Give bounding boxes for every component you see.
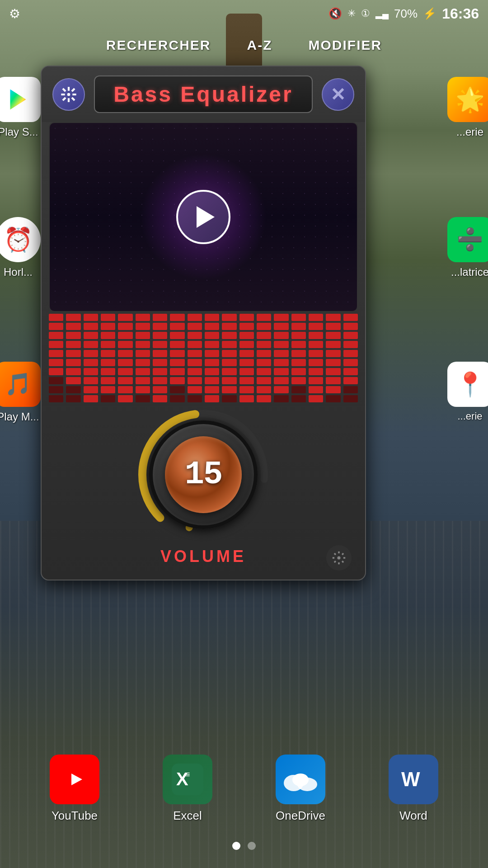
battery-percent: 70% [394, 7, 418, 21]
network-icon: ① [361, 8, 370, 19]
volume-section: 15 VOLUME [42, 402, 365, 580]
status-right: 🔇 ✳ ① ▂▄ 70% ⚡ 16:36 [328, 5, 479, 22]
equalizer-popup: Bass Equalizer ✕ [41, 66, 366, 580]
eq-column-10 [205, 314, 219, 402]
play-button[interactable] [176, 190, 230, 244]
youtube-icon [50, 755, 99, 804]
play-musique-label: Play M... [0, 410, 39, 423]
excel-icon: X≡ [163, 755, 212, 804]
eq-column-16 [309, 314, 323, 402]
eq-column-11 [222, 314, 236, 402]
svg-text:≡: ≡ [185, 770, 190, 779]
time: 16:36 [442, 5, 479, 22]
svg-point-13 [337, 556, 340, 559]
dock-item-onedrive[interactable]: OneDrive [276, 755, 325, 823]
nav-modifier[interactable]: MODIFIER [309, 38, 382, 53]
maps-icon: 📍 [447, 362, 488, 407]
page-indicators [232, 842, 256, 850]
play-musique-icon: 🎵 [0, 362, 41, 407]
maps-label: ...erie [457, 410, 482, 422]
side-icon-galerie[interactable]: 🌟 ...erie [447, 77, 488, 138]
nav-az[interactable]: A-Z [247, 38, 272, 53]
galerie-label: ...erie [456, 126, 483, 138]
eq-column-14 [274, 314, 288, 402]
side-icon-maps[interactable]: 📍 ...erie [447, 362, 488, 422]
eq-bars [42, 312, 365, 402]
eq-column-9 [188, 314, 202, 402]
calculatrice-icon: ➗ [447, 217, 488, 262]
charging-icon: ⚡ [423, 7, 436, 20]
equalizer-icon: ⚙ [9, 6, 20, 21]
nav-rechercher[interactable]: RECHERCHER [106, 38, 211, 53]
status-bar: ⚙ 🔇 ✳ ① ▂▄ 70% ⚡ 16:36 [0, 0, 488, 27]
top-nav: RECHERCHER A-Z MODIFIER [0, 27, 488, 63]
eq-column-4 [101, 314, 115, 402]
bottom-dock: YouTube X≡ Excel OneDrive W Word [0, 755, 488, 823]
volume-label: VOLUME [160, 547, 246, 566]
eq-column-15 [291, 314, 306, 402]
dock-item-word[interactable]: W Word [389, 755, 438, 823]
svg-marker-0 [10, 90, 26, 110]
page-dot-1[interactable] [232, 842, 240, 850]
youtube-label: YouTube [52, 809, 98, 823]
onedrive-label: OneDrive [276, 809, 325, 823]
eq-column-18 [343, 314, 358, 402]
volume-value: 15 [185, 456, 222, 493]
page-dot-2[interactable] [248, 842, 256, 850]
word-label: Word [399, 809, 427, 823]
side-icon-calculatrice[interactable]: ➗ ...latrice [447, 217, 488, 278]
svg-text:W: W [401, 768, 420, 790]
side-icon-horloge[interactable]: ⏰ Horl... [0, 217, 41, 278]
eq-column-13 [257, 314, 271, 402]
bluetooth-icon: ✳ [347, 8, 356, 19]
word-icon: W [389, 755, 438, 804]
app-title-container: Bass Equalizer [94, 75, 313, 113]
galerie-icon: 🌟 [447, 77, 488, 122]
side-icon-play-musique[interactable]: 🎵 Play M... [0, 362, 41, 423]
visualizer-area [49, 122, 358, 312]
svg-line-7 [72, 98, 75, 100]
excel-label: Excel [173, 809, 202, 823]
eq-column-2 [66, 314, 80, 402]
eq-column-1 [49, 314, 63, 402]
dock-item-excel[interactable]: X≡ Excel [163, 755, 212, 823]
mute-icon: 🔇 [328, 7, 342, 20]
svg-point-21 [292, 774, 309, 786]
svg-line-6 [63, 89, 66, 91]
play-store-label: Play S... [0, 126, 38, 138]
svg-point-1 [67, 93, 70, 96]
eq-column-6 [136, 314, 150, 402]
horloge-label: Horl... [4, 266, 33, 278]
horloge-icon: ⏰ [0, 217, 41, 262]
eq-column-12 [239, 314, 254, 402]
eq-column-8 [170, 314, 184, 402]
svg-line-9 [63, 98, 66, 100]
eq-column-17 [326, 314, 340, 402]
side-icon-play-store[interactable]: Play S... [0, 77, 41, 138]
app-title: Bass Equalizer [113, 82, 293, 106]
popup-header: Bass Equalizer ✕ [42, 66, 365, 122]
close-button[interactable]: ✕ [322, 78, 354, 111]
small-settings-button[interactable] [326, 545, 352, 571]
onedrive-icon [276, 755, 325, 804]
status-left: ⚙ [9, 6, 20, 21]
eq-column-3 [84, 314, 98, 402]
signal-icon: ▂▄ [375, 8, 389, 19]
dock-item-youtube[interactable]: YouTube [50, 755, 99, 823]
calculatrice-label: ...latrice [451, 266, 488, 278]
settings-button[interactable] [52, 78, 85, 111]
eq-column-7 [153, 314, 167, 402]
eq-column-5 [118, 314, 132, 402]
svg-line-8 [72, 89, 75, 91]
knob-outer-ring: 15 [149, 420, 258, 529]
knob-inner[interactable]: 15 [165, 436, 242, 513]
play-store-icon [0, 77, 41, 122]
volume-knob-container[interactable]: 15 [136, 407, 271, 542]
